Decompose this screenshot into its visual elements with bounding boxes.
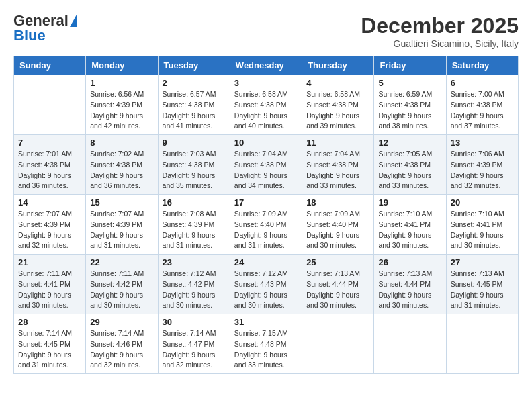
day-number: 26 bbox=[378, 257, 441, 267]
calendar-cell: 20Sunrise: 7:10 AMSunset: 4:41 PMDayligh… bbox=[446, 195, 518, 255]
calendar-week-row: 21Sunrise: 7:11 AMSunset: 4:41 PMDayligh… bbox=[14, 255, 519, 314]
calendar-cell: 15Sunrise: 7:07 AMSunset: 4:39 PMDayligh… bbox=[86, 195, 158, 255]
logo-triangle-icon bbox=[70, 15, 77, 27]
calendar-cell: 8Sunrise: 7:02 AMSunset: 4:38 PMDaylight… bbox=[86, 135, 158, 195]
day-number: 2 bbox=[163, 78, 226, 88]
day-info: Sunrise: 7:12 AMSunset: 4:43 PMDaylight:… bbox=[234, 269, 298, 311]
calendar-cell bbox=[14, 75, 86, 135]
col-header-sunday: Sunday bbox=[14, 56, 86, 75]
day-number: 23 bbox=[163, 257, 226, 267]
calendar-cell: 29Sunrise: 7:14 AMSunset: 4:46 PMDayligh… bbox=[86, 314, 158, 374]
calendar-cell: 18Sunrise: 7:09 AMSunset: 4:40 PMDayligh… bbox=[302, 195, 374, 255]
day-info: Sunrise: 7:07 AMSunset: 4:39 PMDaylight:… bbox=[18, 209, 81, 251]
day-number: 24 bbox=[234, 257, 298, 267]
day-number: 3 bbox=[234, 78, 298, 88]
calendar-cell: 6Sunrise: 7:00 AMSunset: 4:38 PMDaylight… bbox=[446, 75, 518, 135]
calendar-cell bbox=[374, 314, 446, 374]
title-block: December 2025 Gualtieri Sicamino, Sicily… bbox=[361, 13, 519, 49]
calendar-cell: 14Sunrise: 7:07 AMSunset: 4:39 PMDayligh… bbox=[14, 195, 86, 255]
calendar-cell: 24Sunrise: 7:12 AMSunset: 4:43 PMDayligh… bbox=[230, 255, 302, 314]
logo: General Blue bbox=[13, 13, 77, 43]
day-info: Sunrise: 7:11 AMSunset: 4:41 PMDaylight:… bbox=[18, 269, 81, 311]
day-number: 19 bbox=[378, 197, 441, 208]
day-number: 1 bbox=[90, 78, 153, 88]
day-info: Sunrise: 7:04 AMSunset: 4:38 PMDaylight:… bbox=[234, 149, 298, 191]
day-number: 25 bbox=[306, 257, 369, 267]
day-number: 31 bbox=[234, 317, 298, 327]
calendar-header-row: SundayMondayTuesdayWednesdayThursdayFrid… bbox=[14, 56, 519, 75]
day-number: 11 bbox=[306, 138, 369, 148]
day-number: 8 bbox=[90, 138, 153, 148]
col-header-wednesday: Wednesday bbox=[230, 56, 302, 75]
month-title: December 2025 bbox=[361, 13, 519, 38]
logo-general-text: General bbox=[13, 13, 69, 28]
day-info: Sunrise: 6:58 AMSunset: 4:38 PMDaylight:… bbox=[306, 89, 369, 132]
calendar-cell: 23Sunrise: 7:12 AMSunset: 4:42 PMDayligh… bbox=[158, 255, 230, 314]
day-number: 5 bbox=[378, 78, 441, 88]
day-number: 20 bbox=[451, 197, 514, 208]
day-info: Sunrise: 7:03 AMSunset: 4:38 PMDaylight:… bbox=[163, 149, 226, 191]
calendar-cell: 7Sunrise: 7:01 AMSunset: 4:38 PMDaylight… bbox=[14, 135, 86, 195]
location-subtitle: Gualtieri Sicamino, Sicily, Italy bbox=[361, 38, 519, 49]
calendar-cell: 27Sunrise: 7:13 AMSunset: 4:45 PMDayligh… bbox=[446, 255, 518, 314]
day-info: Sunrise: 7:08 AMSunset: 4:39 PMDaylight:… bbox=[163, 209, 226, 251]
col-header-tuesday: Tuesday bbox=[158, 56, 230, 75]
calendar-cell: 17Sunrise: 7:09 AMSunset: 4:40 PMDayligh… bbox=[230, 195, 302, 255]
day-number: 10 bbox=[234, 138, 298, 148]
day-info: Sunrise: 7:10 AMSunset: 4:41 PMDaylight:… bbox=[378, 209, 441, 251]
col-header-monday: Monday bbox=[86, 56, 158, 75]
calendar-cell: 1Sunrise: 6:56 AMSunset: 4:39 PMDaylight… bbox=[86, 75, 158, 135]
calendar-cell: 13Sunrise: 7:06 AMSunset: 4:39 PMDayligh… bbox=[446, 135, 518, 195]
day-number: 29 bbox=[90, 317, 153, 327]
day-number: 27 bbox=[451, 257, 514, 267]
day-number: 16 bbox=[163, 197, 226, 208]
col-header-thursday: Thursday bbox=[302, 56, 374, 75]
calendar-cell: 21Sunrise: 7:11 AMSunset: 4:41 PMDayligh… bbox=[14, 255, 86, 314]
day-info: Sunrise: 7:14 AMSunset: 4:45 PMDaylight:… bbox=[18, 328, 81, 371]
day-info: Sunrise: 7:07 AMSunset: 4:39 PMDaylight:… bbox=[90, 209, 153, 251]
calendar-cell: 31Sunrise: 7:15 AMSunset: 4:48 PMDayligh… bbox=[230, 314, 302, 374]
day-number: 7 bbox=[18, 138, 81, 148]
day-info: Sunrise: 7:09 AMSunset: 4:40 PMDaylight:… bbox=[306, 209, 369, 251]
day-info: Sunrise: 7:11 AMSunset: 4:42 PMDaylight:… bbox=[90, 269, 153, 311]
day-info: Sunrise: 7:06 AMSunset: 4:39 PMDaylight:… bbox=[451, 149, 514, 191]
day-info: Sunrise: 7:00 AMSunset: 4:38 PMDaylight:… bbox=[451, 89, 514, 132]
day-info: Sunrise: 7:12 AMSunset: 4:42 PMDaylight:… bbox=[163, 269, 226, 311]
calendar-cell: 12Sunrise: 7:05 AMSunset: 4:38 PMDayligh… bbox=[374, 135, 446, 195]
day-number: 21 bbox=[18, 257, 81, 267]
page-header: General Blue December 2025 Gualtieri Sic… bbox=[13, 13, 519, 49]
day-info: Sunrise: 7:01 AMSunset: 4:38 PMDaylight:… bbox=[18, 149, 81, 191]
calendar-cell bbox=[446, 314, 518, 374]
calendar-cell: 19Sunrise: 7:10 AMSunset: 4:41 PMDayligh… bbox=[374, 195, 446, 255]
day-info: Sunrise: 7:05 AMSunset: 4:38 PMDaylight:… bbox=[378, 149, 441, 191]
calendar-week-row: 1Sunrise: 6:56 AMSunset: 4:39 PMDaylight… bbox=[14, 75, 519, 135]
col-header-friday: Friday bbox=[374, 56, 446, 75]
calendar-week-row: 28Sunrise: 7:14 AMSunset: 4:45 PMDayligh… bbox=[14, 314, 519, 374]
calendar-cell: 9Sunrise: 7:03 AMSunset: 4:38 PMDaylight… bbox=[158, 135, 230, 195]
day-info: Sunrise: 7:13 AMSunset: 4:44 PMDaylight:… bbox=[378, 269, 441, 311]
calendar-cell: 11Sunrise: 7:04 AMSunset: 4:38 PMDayligh… bbox=[302, 135, 374, 195]
calendar-cell: 28Sunrise: 7:14 AMSunset: 4:45 PMDayligh… bbox=[14, 314, 86, 374]
calendar-cell: 3Sunrise: 6:58 AMSunset: 4:38 PMDaylight… bbox=[230, 75, 302, 135]
day-number: 6 bbox=[451, 78, 514, 88]
calendar-cell: 2Sunrise: 6:57 AMSunset: 4:38 PMDaylight… bbox=[158, 75, 230, 135]
day-number: 9 bbox=[163, 138, 226, 148]
day-info: Sunrise: 7:15 AMSunset: 4:48 PMDaylight:… bbox=[234, 328, 298, 371]
col-header-saturday: Saturday bbox=[446, 56, 518, 75]
day-info: Sunrise: 7:13 AMSunset: 4:45 PMDaylight:… bbox=[451, 269, 514, 311]
calendar-week-row: 7Sunrise: 7:01 AMSunset: 4:38 PMDaylight… bbox=[14, 135, 519, 195]
calendar-cell: 22Sunrise: 7:11 AMSunset: 4:42 PMDayligh… bbox=[86, 255, 158, 314]
logo-blue-text: Blue bbox=[13, 28, 46, 43]
day-number: 15 bbox=[90, 197, 153, 208]
calendar-table: SundayMondayTuesdayWednesdayThursdayFrid… bbox=[13, 56, 519, 374]
calendar-cell: 16Sunrise: 7:08 AMSunset: 4:39 PMDayligh… bbox=[158, 195, 230, 255]
day-number: 4 bbox=[306, 78, 369, 88]
calendar-cell: 10Sunrise: 7:04 AMSunset: 4:38 PMDayligh… bbox=[230, 135, 302, 195]
day-number: 22 bbox=[90, 257, 153, 267]
day-info: Sunrise: 6:56 AMSunset: 4:39 PMDaylight:… bbox=[90, 89, 153, 132]
calendar-cell bbox=[302, 314, 374, 374]
calendar-cell: 30Sunrise: 7:14 AMSunset: 4:47 PMDayligh… bbox=[158, 314, 230, 374]
day-info: Sunrise: 7:14 AMSunset: 4:47 PMDaylight:… bbox=[163, 328, 226, 371]
calendar-week-row: 14Sunrise: 7:07 AMSunset: 4:39 PMDayligh… bbox=[14, 195, 519, 255]
calendar-cell: 25Sunrise: 7:13 AMSunset: 4:44 PMDayligh… bbox=[302, 255, 374, 314]
